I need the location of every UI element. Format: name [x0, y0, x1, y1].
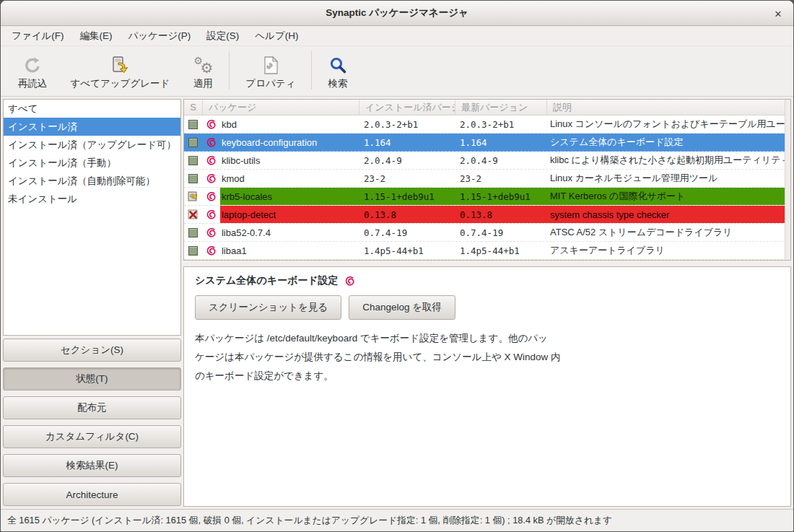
- package-description: Linux コンソールのフォントおよびキーテーブル用ユーティリティ: [547, 115, 790, 133]
- table-row[interactable]: klibc-utils 2.0.4-9 2.0.4-9 klibc により構築さ…: [184, 152, 790, 170]
- details-title: システム全体のキーボード設定: [195, 274, 339, 287]
- toolbar-separator: [229, 51, 230, 90]
- table-row[interactable]: kmod 23-2 23-2 Linux カーネルモジュール管理用ツール: [184, 170, 790, 188]
- installed-version: 2.0.3-2+b1: [359, 115, 455, 133]
- reload-button[interactable]: 再読込: [6, 48, 59, 92]
- latest-version: 2.0.3-2+b1: [455, 115, 547, 133]
- toolbar-separator: [311, 51, 312, 90]
- debian-swirl-icon: [206, 137, 217, 148]
- details-pane: システム全体のキーボード設定 スクリーンショットを見る Changelog を取…: [183, 266, 791, 507]
- menu-edit[interactable]: 編集(E): [72, 26, 121, 45]
- search-label: 検索: [328, 77, 347, 90]
- pane-splitter[interactable]: [183, 261, 791, 266]
- package-name: klibc-utils: [220, 152, 359, 169]
- menu-help[interactable]: ヘルプ(H): [247, 26, 306, 45]
- package-description: アスキーアートライブラリ: [547, 242, 790, 259]
- filter-installed-upgradable[interactable]: インストール済（アップグレード可）: [4, 136, 180, 154]
- latest-version: 23-2: [455, 170, 547, 187]
- debian-swirl-icon: [206, 191, 217, 202]
- status-filter-list: すべて インストール済 インストール済（アップグレード可） インストール済（手動…: [3, 99, 181, 336]
- table-row[interactable]: liba52-0.7.4 0.7.4-19 0.7.4-19 ATSC A/52…: [184, 224, 790, 242]
- installed-version: 1.4p5-44+b1: [359, 242, 455, 259]
- package-name: krb5-locales: [220, 188, 359, 205]
- latest-version: 1.15-1+deb9u1: [455, 188, 547, 205]
- origin-button[interactable]: 配布元: [3, 396, 181, 419]
- status-installed-icon: [188, 228, 198, 237]
- status-installed-icon: [188, 174, 198, 183]
- installed-version: 23-2: [359, 170, 455, 187]
- latest-version: 1.4p5-44+b1: [455, 242, 547, 259]
- titlebar[interactable]: Synaptic パッケージマネージャ ✕: [1, 1, 793, 26]
- menubar: ファイル(F) 編集(E) パッケージ(P) 設定(S) ヘルプ(H): [1, 26, 793, 46]
- get-changelog-button[interactable]: Changelog を取得: [349, 295, 455, 320]
- col-header-package[interactable]: パッケージ: [203, 100, 359, 115]
- search-icon: [328, 53, 347, 75]
- search-button[interactable]: 検索: [316, 48, 359, 92]
- table-header: S パッケージ インストール済バージョン 最新バージョン 説明: [184, 100, 790, 115]
- filter-installed-autoremovable[interactable]: インストール済（自動削除可能）: [4, 172, 180, 190]
- toolbar: 再読込 すべてアップグレード ⚙ ⚙ 適用: [1, 46, 793, 97]
- filter-installed-manual[interactable]: インストール済（手動）: [4, 154, 180, 172]
- properties-button[interactable]: プロパティ: [234, 48, 307, 92]
- filter-all[interactable]: すべて: [4, 100, 180, 118]
- col-header-latest-version[interactable]: 最新バージョン: [455, 100, 547, 115]
- status-summary: 全 1615 パッケージ (インストール済: 1615 個, 破損 0 個, イ…: [7, 515, 612, 527]
- installed-version: 2.0.4-9: [359, 152, 455, 169]
- sidebar: すべて インストール済 インストール済（アップグレード可） インストール済（手動…: [3, 99, 181, 507]
- table-row-marked-removal[interactable]: laptop-detect 0.13.8 0.13.8 system chass…: [184, 206, 790, 224]
- debian-swirl-icon: [206, 227, 217, 238]
- menu-package[interactable]: パッケージ(P): [121, 26, 199, 45]
- table-row[interactable]: kbd 2.0.3-2+b1 2.0.3-2+b1 Linux コンソールのフォ…: [184, 115, 790, 134]
- package-name: libaa1: [220, 242, 359, 259]
- sections-button[interactable]: セクション(S): [3, 339, 181, 362]
- apply-button[interactable]: ⚙ ⚙ 適用: [181, 48, 224, 92]
- properties-icon: [262, 53, 279, 75]
- upgrade-all-button[interactable]: すべてアップグレード: [59, 48, 182, 92]
- table-row[interactable]: libaa1 1.4p5-44+b1 1.4p5-44+b1 アスキーアートライ…: [184, 242, 790, 260]
- installed-version: 0.13.8: [359, 206, 455, 223]
- table-scrollbar[interactable]: [785, 100, 790, 260]
- custom-filters-button[interactable]: カスタムフィルタ(C): [3, 425, 181, 448]
- refresh-icon: [23, 53, 42, 75]
- search-results-button[interactable]: 検索結果(E): [3, 454, 181, 477]
- table-row-marked-upgrade[interactable]: krb5-locales 1.15-1+deb9u1 1.15-1+deb9u1…: [184, 188, 790, 206]
- content: S パッケージ インストール済バージョン 最新バージョン 説明 kbd 2.0.…: [183, 99, 791, 507]
- col-header-description[interactable]: 説明: [547, 100, 790, 115]
- package-description: システム全体のキーボード設定: [547, 134, 790, 151]
- table-row-selected[interactable]: keyboard-configuration 1.164 1.164 システム全…: [184, 134, 790, 152]
- window-title: Synaptic パッケージマネージャ: [326, 6, 468, 19]
- description-line: 本パッケージは /etc/default/keyboard でキーボード設定を管…: [195, 329, 780, 348]
- package-name: liba52-0.7.4: [220, 224, 359, 241]
- col-header-installed-version[interactable]: インストール済バージョン: [359, 100, 455, 115]
- package-table: S パッケージ インストール済バージョン 最新バージョン 説明 kbd 2.0.…: [183, 99, 791, 261]
- reload-label: 再読込: [18, 77, 48, 90]
- properties-label: プロパティ: [245, 77, 295, 90]
- architecture-button[interactable]: Architecture: [3, 483, 181, 506]
- debian-swirl-icon: [344, 276, 355, 287]
- close-icon[interactable]: ✕: [770, 6, 786, 22]
- menu-settings[interactable]: 設定(S): [198, 26, 247, 45]
- installed-version: 1.15-1+deb9u1: [359, 188, 455, 205]
- package-description: Linux カーネルモジュール管理用ツール: [547, 170, 790, 187]
- package-name: laptop-detect: [220, 206, 359, 223]
- description-line: ケージは本パッケージが提供するこの情報を用いて、コンソール上や X Window…: [195, 348, 780, 367]
- details-description: 本パッケージは /etc/default/keyboard でキーボード設定を管…: [195, 329, 780, 385]
- view-screenshot-button[interactable]: スクリーンショットを見る: [195, 295, 341, 320]
- menu-file[interactable]: ファイル(F): [4, 26, 72, 45]
- latest-version: 2.0.4-9: [455, 152, 547, 169]
- latest-version: 1.164: [455, 134, 547, 151]
- synaptic-window: Synaptic パッケージマネージャ ✕ ファイル(F) 編集(E) パッケー…: [0, 0, 794, 532]
- status-removal-icon: [188, 209, 198, 220]
- debian-swirl-icon: [206, 119, 217, 130]
- col-header-status[interactable]: S: [184, 100, 203, 115]
- main-area: すべて インストール済 インストール済（アップグレード可） インストール済（手動…: [1, 97, 793, 509]
- status-installed-icon: [188, 156, 198, 165]
- filter-not-installed[interactable]: 未インストール: [4, 190, 180, 208]
- status-button[interactable]: 状態(T): [3, 367, 181, 391]
- status-installed-icon: [188, 120, 198, 129]
- package-description: system chassis type checker: [547, 206, 790, 223]
- status-upgrade-icon: [188, 191, 199, 202]
- apply-gears-icon: ⚙ ⚙: [193, 53, 213, 75]
- filter-installed[interactable]: インストール済: [4, 118, 180, 136]
- debian-swirl-icon: [206, 209, 217, 220]
